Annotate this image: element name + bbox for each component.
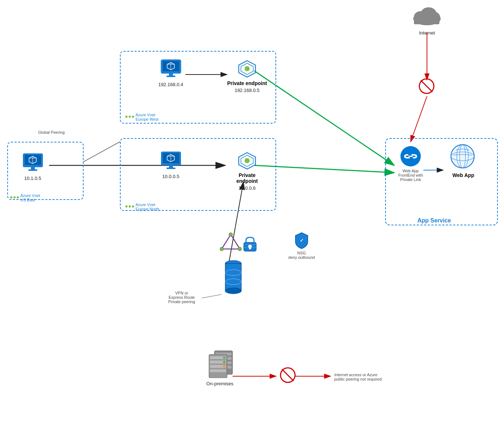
- internet-blocked-sign: [419, 78, 435, 96]
- vpn-label-node: VPN orExpress RoutePrivate peering: [156, 291, 207, 304]
- vpn-cylinder-icon: [223, 258, 243, 298]
- svg-marker-59: [222, 234, 240, 249]
- svg-rect-65: [249, 246, 251, 249]
- svg-rect-40: [166, 168, 176, 169]
- vpn-cylinder-node: [222, 258, 244, 300]
- pe-europe-north-label: Privateendpoint: [227, 172, 267, 184]
- web-app-label: Web App: [445, 172, 481, 178]
- svg-point-83: [223, 357, 225, 359]
- vpn-lock-node: [240, 234, 260, 254]
- pe-europe-north-ip: 10.0.0.6: [227, 185, 267, 192]
- onprem-blocked-sign: [280, 367, 296, 385]
- on-premises-node: On-premises: [202, 349, 238, 387]
- vnet-europe-west-label: Azure VnetEurope West: [136, 113, 158, 121]
- diagram-container: Internet 192.168.0.4: [0, 0, 504, 426]
- vm-europe-west-ip: 192.168.0.4: [156, 82, 185, 88]
- vnet-us-east-label-area: Azure VnetUS East: [10, 193, 40, 202]
- app-service-label-text: App Service: [405, 217, 463, 224]
- svg-point-56: [451, 145, 474, 168]
- cloud-icon: [411, 4, 443, 27]
- svg-rect-29: [169, 73, 173, 76]
- svg-point-84: [223, 361, 225, 363]
- on-premises-server-icon: [203, 349, 236, 378]
- app-service-label-node: App Service: [405, 217, 463, 224]
- internet-label: Internet: [405, 30, 449, 36]
- nsg-shield-icon: ✓: [294, 232, 309, 249]
- svg-point-43: [245, 158, 250, 163]
- global-peering-text: Global Peering: [38, 130, 85, 134]
- svg-line-23: [421, 80, 432, 92]
- pe-europe-west-node: Private endpoint 192.168.0.5: [227, 59, 267, 94]
- svg-rect-21: [414, 18, 439, 24]
- global-peering-label: Global Peering: [38, 130, 85, 134]
- svg-line-87: [282, 369, 294, 381]
- svg-line-9: [411, 96, 427, 142]
- vm-us-east-ip: 10.1.0.5: [18, 176, 47, 182]
- vm-europe-west-node: 192.168.0.4: [156, 59, 185, 88]
- vm-europe-west-icon: [159, 59, 183, 79]
- vpn-label-text: VPN orExpress RoutePrivate peering: [156, 291, 207, 304]
- vpn-triangle-icon: [220, 233, 242, 253]
- no-entry-onprem-icon: [280, 367, 296, 383]
- svg-rect-82: [210, 369, 226, 372]
- vm-europe-north-icon: [159, 151, 183, 171]
- svg-rect-39: [169, 165, 173, 168]
- pe-europe-west-ip: 192.168.0.5: [227, 88, 267, 94]
- vm-us-east-icon: [21, 153, 45, 173]
- svg-point-33: [245, 66, 250, 71]
- vpn-lock-icon: [241, 234, 259, 253]
- pe-europe-west-label: Private endpoint: [227, 80, 267, 86]
- svg-line-12: [84, 142, 120, 162]
- vnet-us-east-label: Azure VnetUS East: [20, 193, 40, 202]
- svg-rect-49: [31, 167, 35, 169]
- vnet-europe-west-label-area: Azure VnetEurope West: [125, 112, 158, 121]
- nsg-node: ✓ NSGdeny outbound: [287, 232, 316, 260]
- web-app-globe-node: Web App: [445, 144, 481, 178]
- vm-europe-north-ip: 10.0.0.5: [156, 174, 185, 180]
- no-internet-label-text: Internet access or Azurepublic peering n…: [334, 373, 414, 381]
- no-internet-label-node: Internet access or Azurepublic peering n…: [334, 373, 414, 381]
- on-premises-label: On-premises: [202, 381, 238, 387]
- vnet-europe-west-dots: [125, 116, 134, 118]
- internet-node: Internet: [405, 4, 449, 36]
- web-app-frontend-label: Web AppFrontEnd withPrivate Link: [392, 169, 429, 182]
- vm-us-east-node: 10.1.0.5: [18, 153, 47, 182]
- private-link-icon: [400, 145, 422, 167]
- vnet-europe-north-dots: [125, 205, 134, 208]
- pe-europe-north-icon: [237, 151, 257, 171]
- vnet-europe-north-label: Azure VnetEurope North: [136, 202, 159, 211]
- svg-rect-69: [225, 264, 241, 291]
- nsg-label: NSGdeny outbound: [287, 251, 316, 260]
- web-app-globe-icon: [449, 144, 478, 171]
- svg-rect-50: [28, 169, 37, 171]
- svg-rect-30: [166, 76, 176, 77]
- vnet-us-east-dots: [10, 196, 19, 198]
- no-entry-internet-icon: [419, 78, 435, 94]
- vnet-europe-north-label-area: Azure VnetEurope North: [125, 202, 159, 211]
- svg-point-60: [229, 233, 233, 236]
- svg-point-62: [220, 247, 223, 251]
- pe-europe-north-node: Privateendpoint 10.0.0.6: [227, 151, 267, 192]
- vm-europe-north-node: 10.0.0.5: [156, 151, 185, 180]
- svg-point-70: [225, 288, 241, 294]
- svg-point-85: [223, 365, 225, 367]
- web-app-frontend-node: Web AppFrontEnd withPrivate Link: [392, 145, 429, 182]
- svg-text:✓: ✓: [300, 238, 304, 243]
- pe-europe-west-icon: [237, 59, 257, 79]
